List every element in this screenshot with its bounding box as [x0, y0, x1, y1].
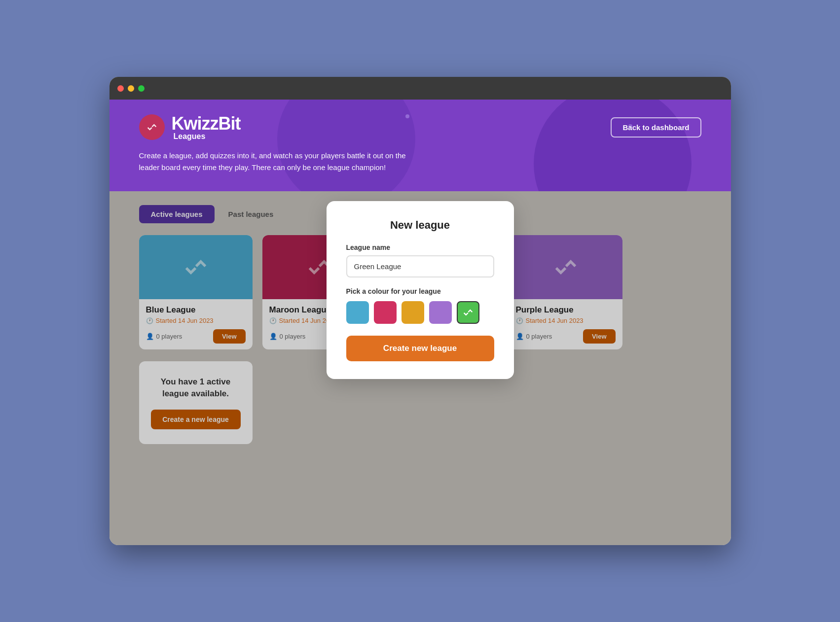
league-name-label: League name [346, 243, 494, 251]
browser-content: KwizzBit Leagues Back to dashboard Creat… [110, 100, 731, 545]
browser-window: KwizzBit Leagues Back to dashboard Creat… [110, 77, 731, 545]
browser-titlebar [110, 77, 731, 100]
colour-swatch-pink[interactable] [374, 301, 397, 324]
logo-area: KwizzBit Leagues [139, 113, 241, 141]
colour-swatch-yellow[interactable] [402, 301, 424, 324]
colour-picker-label: Pick a colour for your league [346, 287, 494, 295]
logo-icon [139, 114, 165, 140]
logo-kwizzbit: KwizzBit [172, 113, 241, 134]
back-to-dashboard-button[interactable]: Back to dashboard [611, 117, 701, 138]
logo-text: KwizzBit Leagues [172, 113, 241, 141]
colour-options [346, 301, 494, 324]
header-description: Create a league, add quizzes into it, an… [139, 150, 415, 173]
logo-leagues: Leagues [174, 132, 241, 141]
new-league-modal: New league League name Pick a colour for… [327, 201, 514, 379]
colour-swatch-green[interactable] [457, 301, 479, 324]
modal-overlay: New league League name Pick a colour for… [110, 191, 731, 545]
modal-create-league-button[interactable]: Create new league [346, 336, 494, 361]
window-close-dot[interactable] [117, 85, 124, 92]
colour-swatch-purple[interactable] [429, 301, 452, 324]
window-minimize-dot[interactable] [128, 85, 134, 92]
colour-swatch-blue[interactable] [346, 301, 369, 324]
league-name-input[interactable] [346, 255, 494, 277]
page-header: KwizzBit Leagues Back to dashboard Creat… [110, 100, 731, 191]
window-maximize-dot[interactable] [138, 85, 145, 92]
modal-title: New league [346, 219, 494, 232]
main-content: Active leagues Past leagues Blue League [110, 191, 731, 545]
